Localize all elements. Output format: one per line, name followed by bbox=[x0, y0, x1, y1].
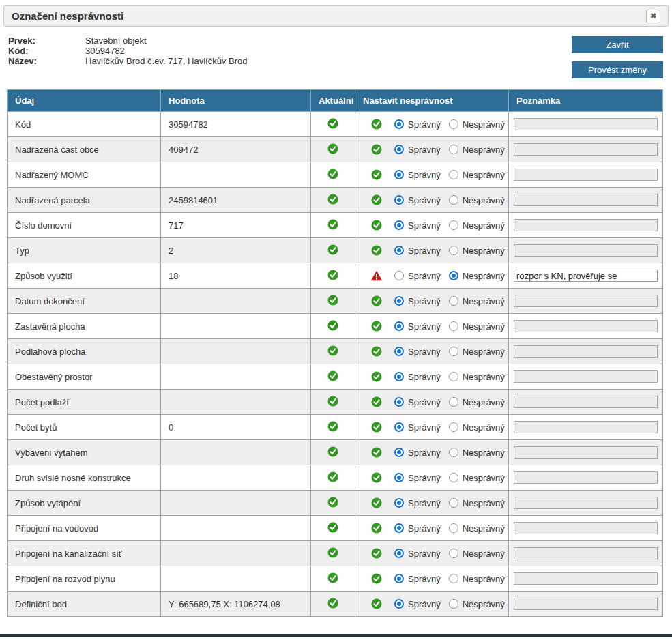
radio-spravny[interactable] bbox=[394, 397, 404, 407]
radio-spravny[interactable] bbox=[394, 422, 404, 432]
note-input[interactable] bbox=[514, 471, 658, 484]
radio-spravny-label[interactable]: Správný bbox=[408, 448, 441, 458]
radio-nespravny[interactable] bbox=[449, 599, 458, 609]
radio-spravny[interactable] bbox=[394, 246, 404, 255]
radio-spravny[interactable] bbox=[394, 170, 404, 179]
radio-nespravny-label[interactable]: Nesprávný bbox=[463, 397, 505, 407]
note-input[interactable] bbox=[514, 572, 658, 585]
note-input[interactable] bbox=[514, 295, 658, 307]
radio-nespravny-label[interactable]: Nesprávný bbox=[463, 498, 505, 508]
radio-nespravny[interactable] bbox=[449, 170, 458, 179]
note-input[interactable] bbox=[514, 194, 658, 206]
radio-spravny-label[interactable]: Správný bbox=[408, 523, 441, 534]
radio-spravny-label[interactable]: Správný bbox=[408, 321, 441, 332]
note-input[interactable] bbox=[514, 547, 658, 559]
radio-nespravny-label[interactable]: Nesprávný bbox=[463, 574, 505, 584]
radio-spravny-label[interactable]: Správný bbox=[408, 397, 441, 407]
radio-nespravny[interactable] bbox=[449, 549, 458, 558]
radio-nespravny-label[interactable]: Nesprávný bbox=[463, 220, 505, 231]
note-input[interactable] bbox=[514, 446, 658, 459]
radio-nespravny[interactable] bbox=[449, 347, 458, 356]
note-input[interactable] bbox=[514, 396, 658, 408]
radio-nespravny[interactable] bbox=[449, 498, 458, 508]
radio-spravny-label[interactable]: Správný bbox=[408, 246, 441, 256]
radio-spravny[interactable] bbox=[394, 523, 404, 533]
radio-spravny[interactable] bbox=[394, 473, 404, 482]
note-input[interactable] bbox=[514, 270, 658, 282]
radio-spravny[interactable] bbox=[394, 296, 404, 306]
radio-spravny-label[interactable]: Správný bbox=[408, 170, 441, 180]
radio-nespravny[interactable] bbox=[449, 523, 458, 533]
radio-nespravny[interactable] bbox=[449, 321, 458, 331]
radio-nespravny[interactable] bbox=[449, 448, 458, 457]
radio-spravny[interactable] bbox=[394, 448, 404, 457]
radio-spravny[interactable] bbox=[394, 321, 404, 331]
radio-spravny-label[interactable]: Správný bbox=[408, 574, 441, 584]
radio-spravny[interactable] bbox=[394, 271, 404, 280]
radio-nespravny-label[interactable]: Nesprávný bbox=[463, 170, 505, 180]
close-icon[interactable]: ✖ bbox=[646, 10, 660, 23]
radio-nespravny-label[interactable]: Nesprávný bbox=[463, 296, 505, 306]
note-input[interactable] bbox=[514, 143, 658, 156]
radio-nespravny[interactable] bbox=[449, 119, 458, 129]
radio-spravny[interactable] bbox=[394, 220, 404, 230]
radio-spravny[interactable] bbox=[394, 574, 404, 583]
radio-nespravny-label[interactable]: Nesprávný bbox=[463, 321, 505, 332]
radio-spravny[interactable] bbox=[394, 372, 404, 381]
note-input[interactable] bbox=[514, 169, 658, 181]
radio-nespravny-label[interactable]: Nesprávný bbox=[463, 271, 505, 281]
radio-spravny-label[interactable]: Správný bbox=[408, 422, 441, 433]
radio-spravny[interactable] bbox=[394, 195, 404, 205]
note-input[interactable] bbox=[514, 421, 658, 433]
note-input[interactable] bbox=[514, 345, 658, 358]
radio-nespravny-label[interactable]: Nesprávný bbox=[463, 195, 505, 205]
radio-spravny-label[interactable]: Správný bbox=[408, 473, 441, 483]
radio-spravny-label[interactable]: Správný bbox=[408, 347, 441, 357]
radio-spravny-label[interactable]: Správný bbox=[408, 195, 441, 205]
radio-spravny-label[interactable]: Správný bbox=[408, 549, 441, 559]
radio-spravny[interactable] bbox=[394, 549, 404, 558]
apply-changes-button[interactable]: Provést změny bbox=[572, 61, 663, 78]
note-input[interactable] bbox=[514, 118, 658, 130]
radio-nespravny-label[interactable]: Nesprávný bbox=[463, 549, 505, 559]
note-input[interactable] bbox=[514, 244, 658, 257]
note-input[interactable] bbox=[514, 219, 658, 231]
radio-spravny-label[interactable]: Správný bbox=[408, 498, 441, 508]
radio-spravny-label[interactable]: Správný bbox=[408, 119, 441, 130]
radio-spravny[interactable] bbox=[394, 119, 404, 129]
radio-nespravny[interactable] bbox=[449, 397, 458, 407]
radio-nespravny[interactable] bbox=[449, 574, 458, 583]
note-input[interactable] bbox=[514, 598, 658, 610]
radio-nespravny[interactable] bbox=[449, 246, 458, 255]
radio-spravny-label[interactable]: Správný bbox=[408, 296, 441, 306]
radio-spravny[interactable] bbox=[394, 347, 404, 356]
radio-spravny-label[interactable]: Správný bbox=[408, 372, 441, 382]
radio-nespravny[interactable] bbox=[449, 372, 458, 381]
radio-nespravny[interactable] bbox=[449, 145, 458, 154]
radio-spravny-label[interactable]: Správný bbox=[408, 271, 441, 281]
radio-spravny[interactable] bbox=[394, 498, 404, 508]
radio-nespravny[interactable] bbox=[449, 473, 458, 482]
radio-nespravny-label[interactable]: Nesprávný bbox=[463, 523, 505, 534]
radio-nespravny-label[interactable]: Nesprávný bbox=[463, 473, 505, 483]
radio-nespravny-label[interactable]: Nesprávný bbox=[463, 145, 505, 155]
radio-nespravny-label[interactable]: Nesprávný bbox=[463, 246, 505, 256]
radio-nespravny[interactable] bbox=[449, 296, 458, 306]
radio-nespravny-label[interactable]: Nesprávný bbox=[463, 372, 505, 382]
radio-nespravny-label[interactable]: Nesprávný bbox=[463, 448, 505, 458]
radio-nespravny[interactable] bbox=[449, 271, 458, 280]
note-input[interactable] bbox=[514, 370, 658, 383]
radio-spravny[interactable] bbox=[394, 599, 404, 609]
radio-nespravny-label[interactable]: Nesprávný bbox=[463, 347, 505, 357]
note-input[interactable] bbox=[514, 497, 658, 509]
radio-nespravny[interactable] bbox=[449, 220, 458, 230]
close-button[interactable]: Zavřít bbox=[572, 36, 663, 53]
note-input[interactable] bbox=[514, 522, 658, 534]
radio-spravny-label[interactable]: Správný bbox=[408, 599, 441, 609]
radio-nespravny[interactable] bbox=[449, 422, 458, 432]
radio-nespravny-label[interactable]: Nesprávný bbox=[463, 599, 505, 609]
radio-nespravny-label[interactable]: Nesprávný bbox=[463, 119, 505, 130]
note-input[interactable] bbox=[514, 320, 658, 332]
radio-nespravny-label[interactable]: Nesprávný bbox=[463, 422, 505, 433]
radio-spravny[interactable] bbox=[394, 145, 404, 154]
